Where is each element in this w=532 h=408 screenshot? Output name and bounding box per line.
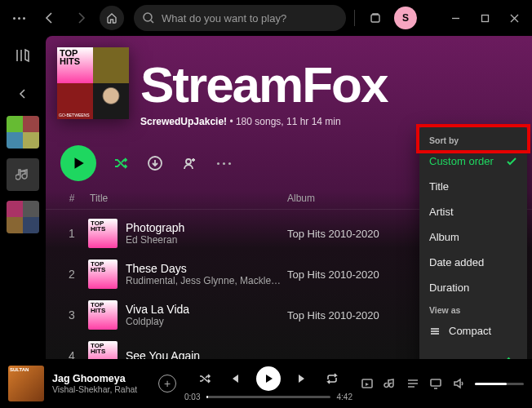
volume-button[interactable]: [452, 377, 465, 390]
nav-forward-button[interactable]: [69, 6, 93, 30]
now-playing-cover[interactable]: [8, 366, 44, 401]
svg-rect-1: [371, 15, 379, 22]
search-icon: [142, 11, 155, 24]
sort-menu-header: Sort by: [419, 131, 527, 149]
sort-option-label: Custom order: [429, 155, 494, 167]
playlist-meta: ScrewedUpJakcie! • 180 songs, 11 hr 14 m…: [140, 116, 387, 127]
now-playing-artist[interactable]: Vishal-Shekhar, Rahat: [52, 384, 150, 394]
player-right-controls: [361, 377, 524, 390]
track-art: [88, 259, 117, 289]
track-index: 4: [60, 349, 83, 359]
avatar[interactable]: S: [394, 7, 417, 29]
player-repeat-button[interactable]: [325, 371, 339, 386]
play-button[interactable]: [60, 145, 96, 181]
lyrics-button[interactable]: [383, 377, 397, 390]
check-icon: [473, 350, 517, 359]
search-input[interactable]: [162, 12, 338, 24]
now-playing-view-button[interactable]: [361, 377, 374, 390]
col-title[interactable]: Title: [83, 193, 287, 204]
now-playing-bar: Jag Ghoomeya Vishal-Shekhar, Rahat + 0:0…: [0, 359, 532, 408]
main-panel: StreamFox ScrewedUpJakcie! • 180 songs, …: [46, 36, 532, 359]
svg-point-0: [144, 13, 152, 21]
track-art: [88, 300, 117, 330]
shuffle-button[interactable]: [111, 153, 131, 173]
total-time: 4:42: [337, 392, 352, 401]
add-to-library-button[interactable]: +: [158, 375, 176, 392]
sort-option[interactable]: Artist: [419, 199, 527, 224]
sort-option[interactable]: Album: [419, 224, 527, 250]
track-title: Photograph: [126, 221, 287, 234]
track-index: 3: [60, 308, 83, 322]
view-option-label: Compact: [449, 325, 491, 337]
library-item[interactable]: [7, 201, 39, 233]
library-item[interactable]: [7, 116, 39, 149]
sort-menu[interactable]: Sort by Custom orderTitleArtistAlbumDate…: [419, 127, 527, 359]
player-controls: [197, 366, 339, 391]
playlist-title: StreamFox: [140, 62, 387, 108]
sort-option-label: Album: [429, 231, 459, 243]
svg-rect-7: [431, 379, 441, 386]
track-artist: Ed Sheeran: [126, 234, 287, 246]
separator: [354, 10, 355, 26]
player-play-button[interactable]: [256, 366, 281, 391]
track-artist: Coldplay: [126, 316, 287, 327]
search-field[interactable]: [134, 5, 346, 31]
playlist-stats: 180 songs, 11 hr 14 min: [236, 116, 341, 127]
track-art: [88, 341, 117, 359]
volume-bar[interactable]: [475, 383, 524, 385]
now-playing-title[interactable]: Jag Ghoomeya: [52, 373, 150, 384]
avatar-initial: S: [402, 12, 409, 24]
sort-option-label: Duration: [429, 282, 469, 294]
library-item[interactable]: [7, 158, 39, 191]
queue-button[interactable]: [406, 377, 419, 390]
progress-track: 0:03 4:42: [184, 392, 352, 401]
track-index: 1: [60, 227, 83, 240]
player-shuffle-button[interactable]: [197, 371, 212, 386]
playlist-owner[interactable]: ScrewedUpJakcie!: [140, 116, 227, 127]
titlebar: S: [0, 0, 532, 36]
view-option[interactable]: List: [419, 344, 527, 359]
check-icon: [506, 156, 517, 167]
more-menu-button[interactable]: [7, 6, 31, 30]
sort-option[interactable]: Title: [419, 174, 527, 199]
home-button[interactable]: [100, 6, 124, 30]
more-options-button[interactable]: [214, 153, 233, 173]
track-title: See You Again: [126, 349, 287, 359]
now-playing-info: Jag Ghoomeya Vishal-Shekhar, Rahat: [52, 373, 150, 394]
browse-button[interactable]: [363, 6, 388, 30]
progress-bar[interactable]: [206, 396, 330, 398]
sort-option[interactable]: Date added: [419, 250, 527, 275]
download-button[interactable]: [145, 153, 165, 173]
elapsed-time: 0:03: [184, 392, 200, 401]
view-icon: [429, 326, 441, 337]
track-artist: Rudimental, Jess Glynne, Macklemo...: [126, 275, 287, 286]
player-next-button[interactable]: [295, 371, 310, 386]
player-previous-button[interactable]: [227, 371, 242, 386]
window-minimize[interactable]: [444, 7, 467, 29]
view-option[interactable]: Compact: [419, 318, 527, 344]
svg-point-4: [186, 159, 191, 164]
library-rail: [0, 36, 46, 359]
sort-option-label: Date added: [429, 256, 484, 268]
nav-back-button[interactable]: [38, 6, 62, 30]
playlist-cover[interactable]: [57, 47, 129, 119]
devices-button[interactable]: [429, 377, 442, 390]
track-index: 2: [60, 268, 83, 281]
library-icon[interactable]: [15, 47, 31, 67]
sort-option-label: Title: [429, 180, 449, 193]
track-title: These Days: [126, 262, 287, 275]
view-menu-header: View as: [419, 300, 527, 318]
playlist-header: StreamFox ScrewedUpJakcie! • 180 songs, …: [46, 36, 532, 132]
window-close[interactable]: [503, 7, 525, 29]
sort-option[interactable]: Custom order: [419, 149, 527, 174]
col-index: #: [60, 193, 83, 204]
rail-collapse-button[interactable]: [11, 82, 35, 106]
window-maximize[interactable]: [473, 7, 496, 29]
sort-option-label: Artist: [429, 206, 454, 218]
svg-rect-2: [481, 15, 488, 21]
track-art: [88, 219, 117, 248]
invite-button[interactable]: [180, 153, 199, 173]
sort-option[interactable]: Duration: [419, 275, 527, 300]
track-title: Viva La Vida: [126, 303, 287, 316]
